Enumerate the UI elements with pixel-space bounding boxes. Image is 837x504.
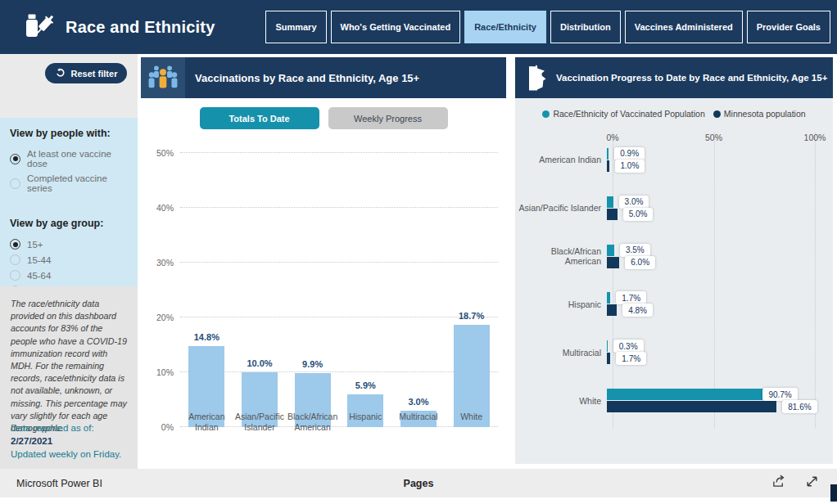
legend-item-race-ethnicity-of-vaccinated-population: Race/Ethnicity of Vaccinated Population bbox=[542, 109, 704, 119]
radio-button[interactable] bbox=[10, 239, 20, 250]
bar-minnesota-population[interactable] bbox=[607, 353, 610, 364]
reset-filter-button[interactable]: Reset filter bbox=[45, 63, 127, 83]
people-filter-option-at-least-one-vaccine-dose[interactable]: At least one vaccine dose bbox=[10, 149, 129, 169]
people-filter-options: At least one vaccine doseCompleted vacci… bbox=[10, 149, 129, 193]
tab-vaccines-administered[interactable]: Vaccines Administered bbox=[625, 11, 743, 43]
tab-who-s-getting-vaccinated[interactable]: Who's Getting Vaccinated bbox=[331, 11, 461, 43]
age-filter-option-15-44[interactable]: 15-44 bbox=[10, 254, 129, 265]
bar-column-multiracial: 3.0% bbox=[392, 153, 445, 427]
bar-race-ethnicity-of-vaccinated-population[interactable] bbox=[607, 292, 610, 304]
bar-value-label: 18.7% bbox=[459, 311, 484, 321]
y-tick-label: 30% bbox=[141, 258, 174, 268]
bar-value-label: 3.0% bbox=[408, 397, 428, 407]
bar-race-ethnicity-of-vaccinated-population[interactable] bbox=[607, 340, 608, 352]
y-tick-label: 50% bbox=[141, 148, 174, 158]
reported-date: 2/27/2021 bbox=[11, 436, 52, 446]
y-tick-label: 10% bbox=[141, 367, 174, 377]
bar-line: 81.6% bbox=[607, 401, 815, 412]
right-chart-title: Vaccination Progress to Date by Race and… bbox=[556, 73, 827, 83]
radio-button[interactable] bbox=[10, 254, 20, 265]
tab-race-ethnicity[interactable]: Race/Ethnicity bbox=[464, 11, 546, 43]
vaccinations-chart-panel: Vaccinations by Race and Ethnicity, Age … bbox=[141, 57, 506, 464]
bar-line: 1.7% bbox=[607, 292, 815, 304]
toggle-weekly-progress[interactable]: Weekly Progress bbox=[328, 107, 448, 129]
bar-race-ethnicity-of-vaccinated-population[interactable] bbox=[607, 148, 609, 160]
main-chart-title: Vaccinations by Race and Ethnicity, Age … bbox=[195, 72, 419, 84]
age-filter-option-45-64[interactable]: 45-64 bbox=[10, 270, 129, 281]
x-tick-label: Multiracial bbox=[392, 407, 445, 434]
rows-area: American Indian0.9%1.0%Asian/Pacific Isl… bbox=[515, 136, 815, 425]
tab-distribution[interactable]: Distribution bbox=[550, 11, 621, 43]
row-category-label: White bbox=[515, 396, 607, 406]
row-category-label: Asian/Pacific Islander bbox=[515, 203, 607, 213]
chart-legend: Race/Ethnicity of Vaccinated PopulationM… bbox=[515, 109, 833, 119]
bar-value-label: 10.0% bbox=[247, 358, 272, 368]
row-bars: 0.9%1.0% bbox=[607, 147, 815, 173]
brand: Race and Ethnicity bbox=[23, 9, 215, 45]
share-icon[interactable] bbox=[771, 475, 787, 492]
bar-line: 4.8% bbox=[607, 304, 815, 316]
bar-minnesota-population[interactable] bbox=[607, 160, 609, 172]
bar-value-label: 9.9% bbox=[302, 359, 323, 369]
legend-dot bbox=[713, 110, 721, 118]
bar-minnesota-population[interactable] bbox=[607, 209, 618, 220]
people-filter-option-completed-vaccine-series[interactable]: Completed vaccine series bbox=[10, 173, 129, 193]
tab-summary[interactable]: Summary bbox=[265, 11, 326, 43]
row-white: White90.7%81.6% bbox=[515, 388, 815, 413]
people-group-icon bbox=[141, 57, 185, 98]
bar-value-chip: 1.7% bbox=[616, 352, 646, 365]
radio-button[interactable] bbox=[10, 270, 20, 281]
bar-column-american-indian: 14.8% bbox=[180, 153, 233, 427]
bar-race-ethnicity-of-vaccinated-population[interactable] bbox=[607, 196, 613, 208]
data-reported-block: Data reported as of: 2/27/2021 Updated w… bbox=[11, 421, 133, 461]
bar-race-ethnicity-of-vaccinated-population[interactable] bbox=[607, 245, 614, 256]
tab-provider-goals[interactable]: Provider Goals bbox=[747, 11, 830, 43]
toggle-totals-to-date[interactable]: Totals To Date bbox=[200, 107, 319, 129]
bar-minnesota-population[interactable] bbox=[607, 401, 776, 412]
x-tick-label: Hispanic bbox=[339, 407, 391, 434]
bar-line: 5.0% bbox=[607, 209, 815, 220]
bar-column-hispanic: 5.9% bbox=[339, 153, 391, 427]
minnesota-icon bbox=[527, 65, 548, 91]
nav-tabs: SummaryWho's Getting VaccinatedRace/Ethn… bbox=[265, 0, 830, 54]
bar-line: 1.0% bbox=[607, 160, 815, 172]
row-bars: 0.3%1.7% bbox=[607, 340, 815, 365]
radio-label: 15-44 bbox=[27, 255, 51, 265]
row-american-indian: American Indian0.9%1.0% bbox=[515, 147, 815, 173]
x-axis-labels: American IndianAsian/​Pacific IslanderBl… bbox=[180, 407, 498, 434]
y-tick-label: 20% bbox=[141, 313, 174, 322]
screen-edge-artifact bbox=[830, 484, 837, 502]
row-bars: 1.7%4.8% bbox=[607, 291, 815, 317]
horizontal-bar-chart: 0%50%100%American Indian0.9%1.0%Asian/Pa… bbox=[515, 133, 833, 464]
progress-chart-panel: Vaccination Progress to Date by Race and… bbox=[515, 57, 833, 464]
pages-label[interactable]: Pages bbox=[0, 478, 837, 489]
bar-minnesota-population[interactable] bbox=[607, 304, 617, 316]
dashboard-page: Race and Ethnicity SummaryWho's Getting … bbox=[0, 0, 837, 504]
y-tick-label: 0% bbox=[141, 422, 174, 432]
x-axis bbox=[515, 439, 815, 451]
radio-button[interactable] bbox=[10, 154, 20, 164]
radio-button[interactable] bbox=[10, 178, 20, 189]
radio-label: 45-64 bbox=[27, 271, 51, 281]
fullscreen-icon[interactable] bbox=[805, 475, 819, 492]
bar-value-label: 5.9% bbox=[355, 380, 376, 390]
bars-area: 14.8%10.0%9.9%5.9%3.0%18.7% bbox=[180, 153, 498, 427]
gridline-x bbox=[815, 133, 816, 428]
bar-minnesota-population[interactable] bbox=[607, 257, 619, 268]
reset-filter-label: Reset filter bbox=[71, 69, 118, 79]
row-category-label: Black/African American bbox=[515, 246, 607, 266]
reported-prefix: Data reported as of: bbox=[11, 423, 94, 433]
app-header: Race and Ethnicity SummaryWho's Getting … bbox=[0, 0, 837, 54]
bar-value-chip: 3.0% bbox=[619, 196, 649, 209]
bar-value-chip: 6.0% bbox=[625, 256, 655, 269]
bar-value-chip: 4.8% bbox=[622, 304, 653, 317]
legend-label: Minnesota population bbox=[724, 109, 806, 119]
bar-value-chip: 1.7% bbox=[616, 291, 646, 304]
bar-value-chip: 81.6% bbox=[782, 400, 817, 413]
page-title: Race and Ethnicity bbox=[66, 18, 215, 37]
x-tick-label: American Indian bbox=[180, 407, 233, 434]
filter-groups: View by people with: At least one vaccin… bbox=[0, 118, 138, 286]
age-filter-option-15[interactable]: 15+ bbox=[10, 239, 129, 250]
bar-value-chip: 3.5% bbox=[620, 244, 650, 257]
row-black-african-american: Black/African American3.5%6.0% bbox=[515, 244, 815, 269]
